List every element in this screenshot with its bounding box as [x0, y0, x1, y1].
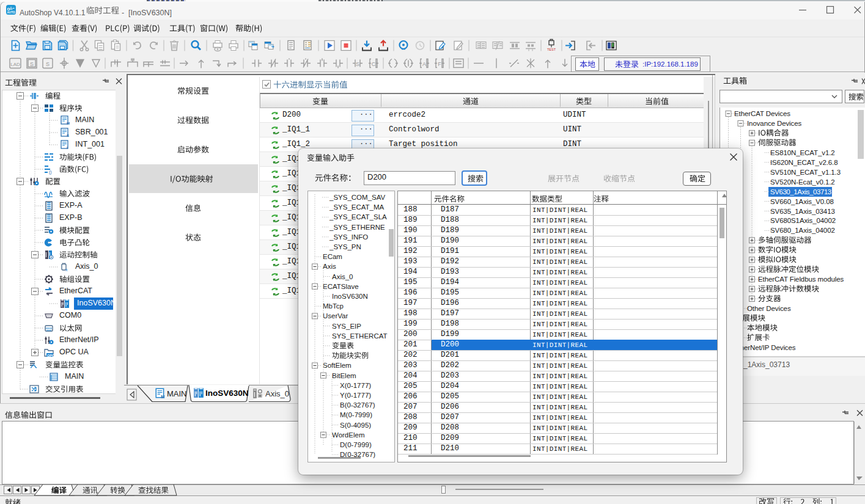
svg-text:AUTO: AUTO [7, 11, 15, 14]
svg-text:M: M [161, 394, 164, 399]
